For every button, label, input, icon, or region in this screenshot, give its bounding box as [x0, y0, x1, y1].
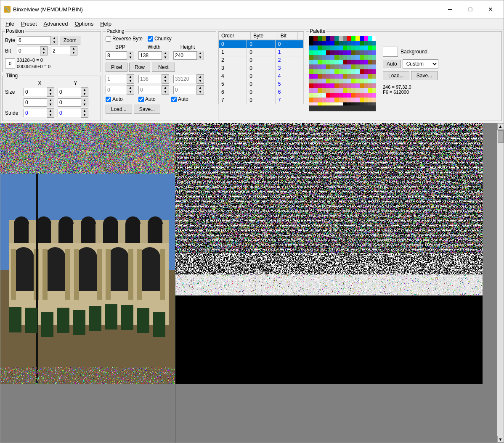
width-spinner[interactable]: ▲ ▼ [138, 51, 169, 60]
minimize-button[interactable]: ─ [440, 3, 460, 16]
bit-down1[interactable]: ▼ [40, 51, 47, 55]
r2-down1[interactable]: ▼ [127, 79, 134, 83]
bit-input2[interactable] [51, 47, 70, 55]
chunky-checkbox[interactable] [148, 36, 153, 42]
maximize-button[interactable]: □ [461, 3, 480, 16]
stride-y-input[interactable] [58, 109, 81, 117]
table-row[interactable]: 505 [219, 80, 304, 88]
row2-input2[interactable] [138, 75, 162, 83]
menu-preset[interactable]: Preset [18, 19, 40, 28]
table-row[interactable]: 101 [219, 48, 304, 56]
zoom-button[interactable]: Zoom [60, 36, 80, 45]
bpp-input[interactable] [106, 51, 127, 60]
menu-file[interactable]: File [2, 19, 18, 28]
close-button[interactable]: ✕ [481, 3, 500, 16]
scroll-up-button[interactable]: ▲ [497, 123, 504, 130]
auto2-label[interactable]: Auto [138, 96, 168, 102]
scroll-thumb[interactable] [498, 130, 504, 143]
size-y2-spinner[interactable]: ▲ ▼ [58, 98, 88, 107]
r2-down3[interactable]: ▼ [197, 79, 204, 83]
palette-auto-button[interactable]: Auto [383, 60, 401, 68]
packing-load-button[interactable]: Load... [106, 105, 132, 114]
row3-spin3[interactable]: ▲ ▼ [173, 85, 204, 95]
r2-up3[interactable]: ▲ [197, 75, 204, 79]
row3-input3[interactable] [173, 86, 196, 94]
stride-y-up[interactable]: ▲ [81, 109, 88, 113]
byte-spinner[interactable]: ▲ ▼ [17, 36, 58, 45]
r2-up2[interactable]: ▲ [162, 75, 169, 79]
palette-custom-select[interactable]: Custom Standard Grayscale [403, 59, 438, 69]
stride-x-down[interactable]: ▼ [47, 113, 54, 117]
r3-up1[interactable]: ▲ [127, 86, 134, 90]
height-spinner[interactable]: ▲ ▼ [173, 51, 204, 60]
bit-up1[interactable]: ▲ [40, 47, 47, 51]
row2-input3[interactable] [173, 75, 196, 83]
r2-up1[interactable]: ▲ [127, 75, 134, 79]
stride-x-input[interactable] [24, 109, 47, 117]
size-y-spinner[interactable]: ▲ ▼ [58, 87, 88, 97]
size-y-input[interactable] [58, 88, 81, 96]
byte-up[interactable]: ▲ [51, 36, 58, 40]
size-x2-up[interactable]: ▲ [47, 98, 54, 103]
row-button[interactable]: Row [129, 63, 150, 72]
background-color-box[interactable] [383, 47, 398, 57]
chunky-label[interactable]: Chunky [148, 36, 172, 42]
table-row[interactable]: 000 [219, 40, 304, 48]
menu-options[interactable]: Options [71, 19, 97, 28]
height-input[interactable] [173, 51, 196, 60]
bit-input1[interactable] [17, 47, 40, 55]
width-input[interactable] [138, 51, 162, 60]
auto1-checkbox[interactable] [106, 97, 111, 102]
palette-save-button[interactable]: Save... [411, 71, 438, 80]
bit-spinner2[interactable]: ▲ ▼ [51, 46, 77, 55]
bpp-up[interactable]: ▲ [127, 51, 134, 55]
r3-down1[interactable]: ▼ [127, 90, 134, 94]
byte-input[interactable] [17, 36, 50, 45]
width-up[interactable]: ▲ [162, 51, 169, 55]
width-down[interactable]: ▼ [162, 55, 169, 60]
size-x2-spinner[interactable]: ▲ ▼ [24, 98, 54, 107]
pixel-button[interactable]: Pixel [106, 63, 127, 72]
row2-spin2[interactable]: ▲ ▼ [138, 74, 169, 84]
row3-input1[interactable] [106, 86, 127, 94]
packing-save-button[interactable]: Save... [134, 105, 160, 114]
bpp-spinner[interactable]: ▲ ▼ [106, 51, 134, 60]
size-x-down[interactable]: ▼ [47, 92, 54, 96]
auto3-checkbox[interactable] [171, 97, 177, 102]
bit-up2[interactable]: ▲ [70, 47, 77, 51]
height-down[interactable]: ▼ [197, 55, 204, 60]
size-x-spinner[interactable]: ▲ ▼ [24, 87, 54, 97]
size-y-up[interactable]: ▲ [81, 88, 88, 92]
stride-x-spinner[interactable]: ▲ ▼ [24, 108, 54, 118]
bpp-down[interactable]: ▼ [127, 55, 134, 60]
table-row[interactable]: 303 [219, 64, 304, 72]
size-y2-down[interactable]: ▼ [81, 103, 88, 107]
auto1-label[interactable]: Auto [106, 96, 135, 102]
size-x2-input[interactable] [24, 98, 47, 107]
size-x-input[interactable] [24, 88, 47, 96]
menu-help[interactable]: Help [97, 19, 115, 28]
size-y2-input[interactable] [58, 98, 81, 107]
bit-table-scroll[interactable]: 000101202303404505606707 [218, 40, 304, 104]
stride-x-up[interactable]: ▲ [47, 109, 54, 113]
r3-down3[interactable]: ▼ [197, 90, 204, 94]
vertical-scrollbar[interactable]: ▲ ▼ [497, 123, 504, 443]
auto3-label[interactable]: Auto [171, 96, 201, 102]
r3-up2[interactable]: ▲ [162, 86, 169, 90]
bit-spinner1[interactable]: ▲ ▼ [17, 46, 48, 55]
r2-down2[interactable]: ▼ [162, 79, 169, 83]
stride-y-spinner[interactable]: ▲ ▼ [58, 108, 88, 118]
row2-spin3[interactable]: ▲ ▼ [173, 74, 204, 84]
bit-down2[interactable]: ▼ [70, 51, 77, 55]
row3-spin1[interactable]: ▲ ▼ [106, 85, 134, 95]
table-row[interactable]: 202 [219, 56, 304, 64]
height-up[interactable]: ▲ [197, 51, 204, 55]
byte-down[interactable]: ▼ [51, 40, 58, 45]
menu-advanced[interactable]: Advanced [40, 19, 72, 28]
table-row[interactable]: 606 [219, 88, 304, 96]
auto2-checkbox[interactable] [138, 97, 144, 102]
table-row[interactable]: 404 [219, 72, 304, 80]
r3-down2[interactable]: ▼ [162, 90, 169, 94]
r3-up3[interactable]: ▲ [197, 86, 204, 90]
next-button[interactable]: Next [152, 63, 175, 72]
